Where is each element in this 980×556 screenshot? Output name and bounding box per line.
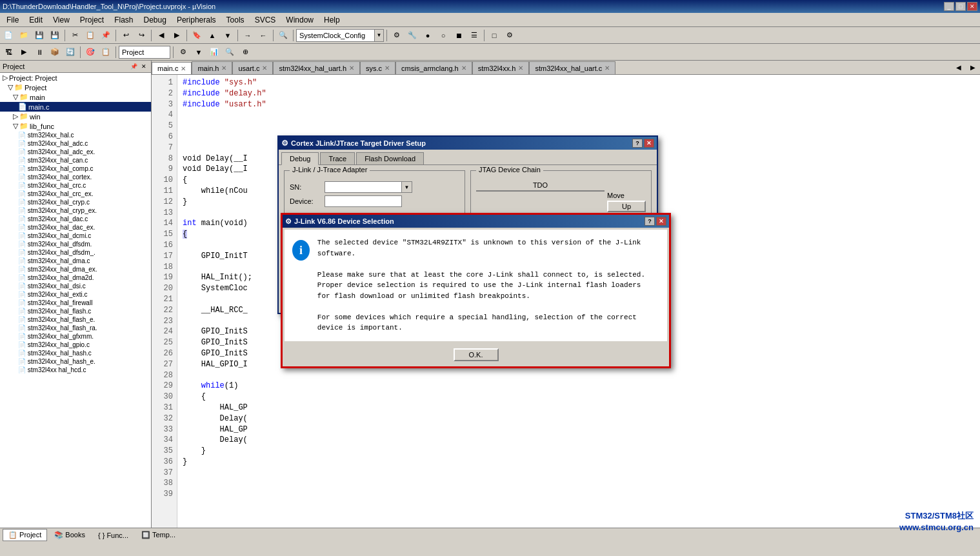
jlink-adapter-title: J-Link / J-Trace Adapter (290, 166, 370, 174)
jlink-inner-titlebar: ⚙ J-Link V6.86 Device Selection ? ✕ (283, 215, 669, 228)
info-icon: i (292, 240, 310, 261)
inner-dialog-footer: O.K. (283, 343, 669, 366)
jlink-close-button[interactable]: ✕ (644, 139, 654, 148)
jlink-inner-close-button[interactable]: ✕ (656, 217, 666, 226)
dialog-overlay: ⚙ Cortex JLink/JTrace Target Driver Setu… (0, 0, 980, 556)
inner-msg-6: For some devices which require a special… (317, 313, 637, 332)
inner-msg-2: Please make sure that at least the core … (317, 271, 645, 279)
inner-msg-3: Proper device selection is required to u… (317, 281, 641, 289)
jlink-tab-flash[interactable]: Flash Download (356, 152, 424, 164)
sn-label: SN: (290, 183, 322, 191)
jlink-dialog-title: Cortex JLink/JTrace Target Driver Setup (291, 139, 632, 147)
jlink-dialog-titlebar: ⚙ Cortex JLink/JTrace Target Driver Setu… (279, 137, 657, 150)
jlink-inner-title: J-Link V6.86 Device Selection (294, 217, 645, 225)
jtag-chain-section: JTAG Device Chain TDO Move Up (470, 170, 652, 218)
jtag-chain-title: JTAG Device Chain (476, 166, 543, 174)
inner-dialog-text: The selected device "STM32L4R9ZITX" is u… (317, 237, 659, 333)
jlink-dialog-title-buttons: ? ✕ (632, 139, 654, 148)
move-up-button[interactable]: Up (607, 201, 646, 212)
inner-msg-4: for flash download or unlimited flash br… (317, 292, 530, 300)
device-input[interactable] (325, 195, 402, 207)
move-label: Move (607, 192, 646, 199)
inner-ok-button[interactable]: O.K. (454, 348, 499, 361)
sn-combo[interactable]: ▼ (325, 181, 412, 193)
jlink-tabs: Debug Trace Flash Download (279, 150, 657, 164)
tdo-label: TDO (533, 181, 548, 189)
jlink-tab-debug[interactable]: Debug (281, 152, 319, 165)
jtag-display (476, 190, 605, 192)
inner-msg-1: The selected device "STM32L4R9ZITX" is u… (317, 239, 641, 257)
sn-dropdown-arrow[interactable]: ▼ (402, 181, 412, 193)
jlink-device-selection-dialog: ⚙ J-Link V6.86 Device Selection ? ✕ i Th… (281, 213, 671, 368)
jlink-inner-title-buttons: ? ✕ (645, 217, 666, 226)
jlink-adapter-section: J-Link / J-Trace Adapter SN: ▼ Device: (284, 170, 465, 218)
jlink-inner-help-button[interactable]: ? (645, 217, 655, 226)
device-label: Device: (290, 197, 322, 205)
sn-input[interactable] (325, 181, 402, 193)
jlink-tab-trace[interactable]: Trace (320, 152, 355, 164)
jlink-help-button[interactable]: ? (632, 139, 643, 148)
